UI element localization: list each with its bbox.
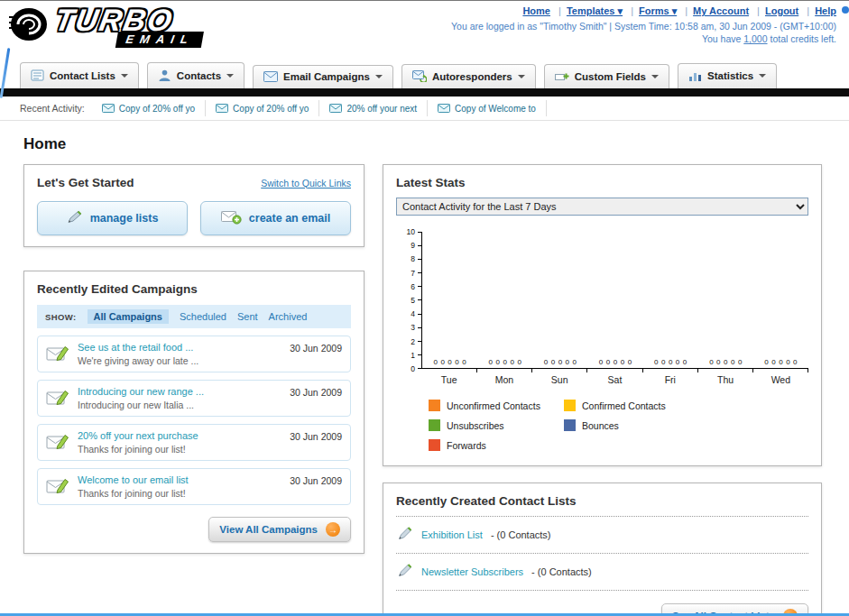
credits-info: You have 1,000 total credits left. (451, 33, 836, 44)
stats-period-select[interactable]: Contact Activity for the Last 7 Days (396, 198, 808, 216)
credits-prefix: You have (702, 33, 743, 44)
contact-list-name-link[interactable]: Exhibition List (421, 529, 483, 540)
campaign-title-link[interactable]: Introducing our new range ... (78, 386, 281, 397)
recent-activity-link[interactable]: 20% off your next (346, 104, 417, 114)
create-email-button[interactable]: create an email (200, 201, 351, 235)
campaign-title-link[interactable]: 20% off your next purchase (78, 430, 281, 441)
campaign-subtitle: Introducing our new Italia ... (78, 400, 281, 410)
campaign-list-item[interactable]: See us at the retail food ... We're givi… (37, 336, 351, 372)
app-logo: TURBO EMAIL (9, 5, 205, 48)
credits-value-link[interactable]: 1,000 (743, 33, 767, 44)
chart-plot-area: 00000000000000000000000000000000000 (421, 232, 808, 369)
top-nav-link[interactable]: Home (522, 5, 550, 16)
legend-item: Unsubscribes (429, 419, 564, 431)
campaign-list-item[interactable]: Introducing our new range ... Introducin… (37, 380, 351, 417)
legend-swatch (564, 419, 576, 431)
tab-custom-fields[interactable]: Custom Fields (544, 64, 669, 88)
legend-swatch (429, 419, 440, 431)
recent-activity-item[interactable]: Copy of 20% off yo (92, 100, 206, 116)
chevron-down-icon (121, 74, 128, 78)
contacts-icon (158, 69, 171, 82)
tab-autoresponders[interactable]: Autoresponders (401, 64, 536, 88)
tab-label: Contact Lists (50, 70, 115, 81)
top-nav-link[interactable]: My Account (693, 5, 749, 16)
envelope-pencil-icon (46, 344, 69, 366)
recent-activity-link[interactable]: Copy of 20% off yo (119, 104, 195, 114)
recent-contact-lists-panel: Recently Created Contact Lists Exhibitio… (383, 483, 822, 616)
recent-campaigns-title: Recently Edited Campaigns (37, 282, 351, 296)
get-started-title: Let's Get Started (37, 176, 134, 189)
switch-quick-links-link[interactable]: Switch to Quick Links (261, 178, 351, 188)
campaign-list-item[interactable]: Welcome to our email list Thanks for joi… (37, 468, 351, 505)
chart-value-labels: 00000 (477, 358, 532, 366)
chart-value-labels: 00000 (422, 358, 477, 366)
legend-swatch (429, 400, 440, 411)
latest-stats-panel: Latest Stats Contact Activity for the La… (383, 164, 822, 466)
filter-tab-all-campaigns[interactable]: All Campaigns (88, 309, 169, 324)
chart-y-tick-label: 9 (411, 241, 415, 250)
chart-y-tick-label: 5 (411, 296, 415, 305)
email-icon (102, 100, 115, 116)
legend-label: Forwards (447, 440, 486, 451)
recent-activity-link[interactable]: Copy of Welcome to (455, 104, 536, 114)
recent-activity-link[interactable]: Copy of 20% off yo (233, 104, 309, 114)
chart-y-tick-label: 2 (411, 337, 415, 346)
main-nav: Contact Lists Contacts Email Campaigns A… (0, 59, 849, 88)
campaign-title-link[interactable]: See us at the retail food ... (78, 342, 281, 353)
recent-campaigns-panel: Recently Edited Campaigns SHOW: All Camp… (23, 271, 365, 554)
contact-list-item[interactable]: Newsletter Subscribers - (0 Contacts) (396, 554, 808, 591)
tab-statistics[interactable]: Statistics (678, 63, 777, 88)
filter-tab-archived[interactable]: Archived (269, 311, 308, 322)
contact-lists-icon (31, 69, 44, 82)
recent-activity-item[interactable]: 20% off your next (319, 100, 428, 116)
contact-list-item[interactable]: Exhibition List - (0 Contacts) (396, 517, 808, 554)
recent-activity-label: Recent Activity: (20, 103, 85, 114)
recent-contact-lists-title: Recently Created Contact Lists (396, 494, 808, 517)
chart-y-tick-label: 3 (411, 323, 415, 332)
tab-label: Email Campaigns (283, 71, 370, 82)
filter-tab-sent[interactable]: Sent (237, 311, 258, 322)
main-content: Home Let's Get Started Switch to Quick L… (0, 121, 849, 616)
filter-tab-scheduled[interactable]: Scheduled (180, 311, 226, 322)
legend-item: Forwards (429, 439, 564, 451)
chart-value-labels: 00000 (698, 358, 753, 366)
campaign-title-link[interactable]: Welcome to our email list (78, 474, 281, 485)
top-nav-link[interactable]: Forms ▾ (639, 5, 677, 16)
pencil-icon (67, 210, 83, 226)
email-icon (329, 100, 342, 116)
top-nav-link[interactable]: Templates ▾ (567, 5, 623, 16)
campaign-list-item[interactable]: 20% off your next purchase Thanks for jo… (37, 424, 351, 461)
top-nav-link[interactable]: Logout (765, 5, 798, 16)
credits-suffix: total credits left. (768, 33, 836, 44)
logo-text-turbo: TURBO (52, 5, 208, 35)
chart-value-labels: 00000 (532, 358, 587, 366)
envelope-pencil-icon (46, 476, 69, 499)
chart-bar-group: 00000 (643, 232, 698, 368)
legend-label: Confirmed Contacts (582, 400, 666, 411)
app-window: TURBO EMAIL Home Templates ▾ Forms ▾ My … (0, 0, 849, 616)
chart-value-labels: 00000 (753, 358, 808, 366)
tab-email-campaigns[interactable]: Email Campaigns (253, 65, 393, 88)
tab-label: Autoresponders (432, 71, 512, 82)
tab-contact-lists[interactable]: Contact Lists (20, 62, 139, 88)
chart-bar-group: 00000 (422, 232, 477, 368)
tab-contacts[interactable]: Contacts (147, 62, 245, 88)
campaign-subtitle: We're giving away our late ... (78, 355, 281, 366)
page-title: Home (23, 135, 822, 153)
contact-list-name-link[interactable]: Newsletter Subscribers (421, 566, 523, 577)
legend-label: Bounces (582, 420, 619, 431)
chart-x-tick-label: Thu (697, 374, 752, 385)
view-all-campaigns-button[interactable]: View All Campaigns → (208, 517, 351, 542)
email-icon (216, 100, 228, 116)
create-email-label: create an email (249, 212, 330, 225)
legend-item: Unconfirmed Contacts (429, 400, 564, 411)
legend-item: Confirmed Contacts (564, 400, 699, 411)
recent-activity-item[interactable]: Copy of 20% off yo (206, 100, 319, 116)
top-nav-link[interactable]: Help (815, 5, 836, 16)
chart-legend: Unconfirmed Contacts Confirmed Contacts (429, 400, 808, 451)
view-all-campaigns-label: View All Campaigns (219, 524, 318, 535)
chart-bar-group: 00000 (753, 232, 808, 368)
recent-activity-item[interactable]: Copy of Welcome to (428, 100, 547, 116)
manage-lists-button[interactable]: manage lists (37, 201, 188, 235)
chevron-down-icon (375, 75, 383, 78)
